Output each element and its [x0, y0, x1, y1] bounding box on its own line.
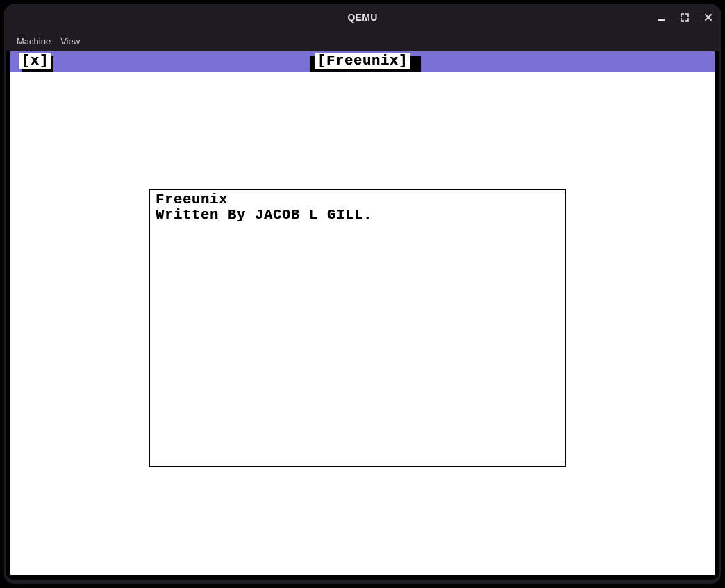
close-button[interactable]	[700, 9, 717, 26]
window-controls	[653, 4, 717, 31]
about-panel: Freeunix Written By JACOB L GILL.	[149, 189, 566, 467]
guest-close-control[interactable]: [x]	[19, 53, 51, 69]
maximize-button[interactable]	[676, 9, 693, 26]
guest-body: Freeunix Written By JACOB L GILL.	[10, 72, 715, 575]
svg-rect-0	[658, 19, 665, 21]
close-icon	[703, 12, 713, 22]
menu-machine[interactable]: Machine	[17, 36, 51, 47]
about-line-2: Written By JACOB L GILL.	[156, 208, 560, 223]
guest-display[interactable]: [x] [Freeunix] Freeunix Written By JACOB…	[10, 51, 715, 575]
guest-title: [Freeunix]	[315, 53, 410, 69]
menubar: Machine View	[4, 31, 721, 51]
titlebar: QEMU	[4, 4, 721, 31]
guest-display-border: [x] [Freeunix] Freeunix Written By JACOB…	[6, 51, 719, 580]
about-line-1: Freeunix	[156, 192, 560, 208]
minimize-button[interactable]	[653, 9, 669, 26]
guest-header-bar: [x] [Freeunix]	[10, 51, 715, 72]
maximize-icon	[680, 12, 690, 22]
window-title: QEMU	[347, 12, 377, 23]
menu-view[interactable]: View	[60, 36, 80, 47]
minimize-icon	[656, 12, 666, 22]
app-window: QEMU Machine View	[4, 4, 721, 584]
